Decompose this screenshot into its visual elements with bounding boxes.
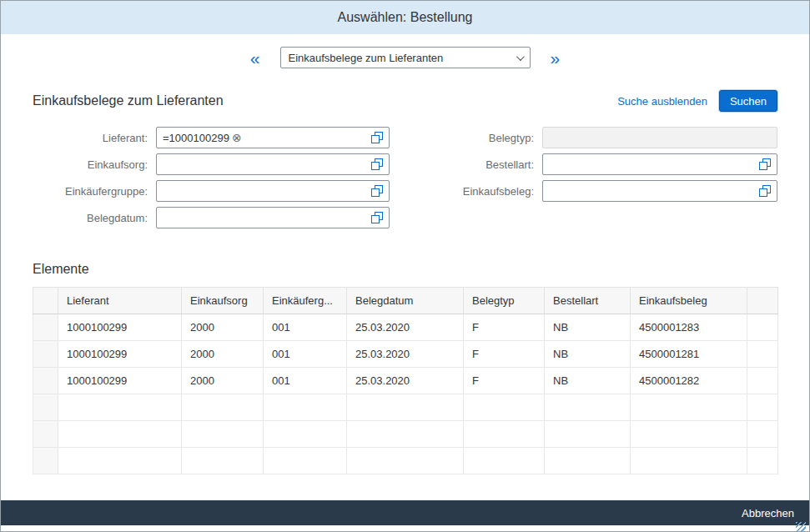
- view-select-value: Einkaufsbelege zum Lieferanten: [289, 52, 444, 64]
- einkaufsbeleg-input[interactable]: [542, 180, 777, 202]
- table-row[interactable]: 1000100299 2000 001 25.03.2020 F NB 4500…: [33, 341, 778, 368]
- cancel-button[interactable]: Abbrechen: [738, 507, 797, 519]
- next-view-icon[interactable]: »: [549, 49, 562, 67]
- column-header-belegdatum[interactable]: Belegdatum: [347, 288, 464, 314]
- einkaeufergruppe-label: Einkäufergruppe:: [33, 185, 156, 198]
- filter-form: Lieferant: =1000100299 ⊗ Einkaufsorg:: [33, 127, 777, 228]
- row-selector-cell[interactable]: [33, 368, 58, 394]
- previous-view-icon[interactable]: «: [249, 49, 262, 67]
- einkaeufergruppe-input[interactable]: [156, 180, 390, 202]
- belegtyp-label: Belegtyp:: [416, 132, 542, 144]
- cell-belegtyp[interactable]: F: [464, 341, 545, 368]
- value-help-icon[interactable]: [371, 132, 383, 143]
- elements-section-title: Elemente: [33, 262, 777, 277]
- filter-form-left: Lieferant: =1000100299 ⊗ Einkaufsorg:: [33, 127, 390, 228]
- field-belegdatum: Belegdatum:: [33, 207, 390, 228]
- cell-belegtyp[interactable]: F: [464, 314, 545, 341]
- table-row-empty: [33, 394, 778, 421]
- bestellart-label: Bestellart:: [416, 158, 542, 171]
- cell-belegdatum[interactable]: 25.03.2020: [347, 314, 464, 341]
- cell-lieferant[interactable]: 1000100299: [58, 314, 182, 341]
- cell-einkaufsorg[interactable]: 2000: [182, 341, 264, 368]
- row-selector-cell[interactable]: [33, 341, 58, 368]
- field-belegtyp: Belegtyp:: [416, 127, 777, 148]
- dialog-body: « Einkaufsbelege zum Lieferanten » Einka…: [1, 34, 809, 500]
- dialog-title: Auswählen: Bestellung: [338, 10, 473, 25]
- cell-lieferant[interactable]: 1000100299: [58, 341, 182, 368]
- cell-einkaeufergruppe[interactable]: 001: [264, 341, 347, 368]
- cell-belegtyp[interactable]: F: [464, 368, 545, 394]
- cell-bestellart[interactable]: NB: [545, 368, 631, 394]
- lieferant-label: Lieferant:: [33, 132, 156, 144]
- value-help-icon[interactable]: [759, 185, 771, 197]
- column-header-lieferant[interactable]: Lieferant: [58, 288, 182, 314]
- field-einkaeufergruppe: Einkäufergruppe:: [33, 180, 390, 202]
- einkaufsorg-label: Einkaufsorg:: [33, 158, 156, 171]
- value-help-dialog: Auswählen: Bestellung « Einkaufsbelege z…: [0, 0, 810, 532]
- spacer-cell: [747, 368, 778, 394]
- cell-einkaufsbeleg[interactable]: 4500001283: [631, 314, 747, 341]
- belegdatum-text-input[interactable]: [163, 212, 371, 224]
- value-help-icon[interactable]: [371, 158, 383, 170]
- search-header: Einkaufsbelege zum Lieferanten Suche aus…: [33, 90, 777, 112]
- cell-lieferant[interactable]: 1000100299: [58, 368, 182, 394]
- cell-einkaufsorg[interactable]: 2000: [182, 314, 264, 341]
- cell-einkaufsorg[interactable]: 2000: [182, 368, 264, 394]
- cell-einkaeufergruppe[interactable]: 001: [264, 314, 347, 341]
- table-row[interactable]: 1000100299 2000 001 25.03.2020 F NB 4500…: [33, 368, 778, 394]
- column-header-belegtyp[interactable]: Belegtyp: [464, 288, 545, 314]
- dialog-footer: Abbrechen: [1, 500, 809, 525]
- search-button[interactable]: Suchen: [719, 90, 777, 112]
- column-header-bestellart[interactable]: Bestellart: [545, 288, 631, 314]
- results-table: Lieferant Einkaufsorg Einkäuferg... Bele…: [33, 287, 778, 474]
- column-header-einkaufsbeleg[interactable]: Einkaufsbeleg: [631, 288, 747, 314]
- lieferant-input[interactable]: =1000100299 ⊗: [156, 127, 390, 148]
- spacer-cell: [747, 314, 778, 341]
- bestellart-input[interactable]: [542, 153, 777, 175]
- belegtyp-text-input: [549, 132, 771, 144]
- hide-search-link[interactable]: Suche ausblenden: [617, 95, 707, 108]
- field-einkaufsorg: Einkaufsorg:: [33, 153, 390, 175]
- einkaeufergruppe-text-input[interactable]: [163, 185, 371, 198]
- column-header-einkaufsorg[interactable]: Einkaufsorg: [182, 288, 264, 314]
- table-row[interactable]: 1000100299 2000 001 25.03.2020 F NB 4500…: [33, 314, 778, 341]
- value-help-icon[interactable]: [371, 212, 383, 223]
- field-bestellart: Bestellart:: [416, 153, 777, 175]
- einkaufsorg-text-input[interactable]: [163, 158, 371, 171]
- search-actions: Suche ausblenden Suchen: [617, 90, 777, 112]
- column-header-einkaeufergruppe[interactable]: Einkäuferg...: [264, 288, 347, 314]
- cell-einkaufsbeleg[interactable]: 4500001281: [631, 341, 747, 368]
- search-section-title: Einkaufsbelege zum Lieferanten: [33, 93, 224, 108]
- field-lieferant: Lieferant: =1000100299 ⊗: [33, 127, 390, 148]
- belegdatum-label: Belegdatum:: [33, 212, 156, 224]
- spacer-cell: [747, 341, 778, 368]
- cell-einkaufsbeleg[interactable]: 4500001282: [631, 368, 747, 394]
- table-row-empty: [33, 448, 778, 474]
- chevron-down-icon: [516, 53, 524, 61]
- lieferant-token: =1000100299: [163, 132, 229, 144]
- belegtyp-input: [542, 127, 777, 148]
- resize-grip-icon[interactable]: [796, 522, 806, 531]
- bestellart-text-input[interactable]: [549, 158, 759, 171]
- table-header-row: Lieferant Einkaufsorg Einkäuferg... Bele…: [33, 288, 778, 314]
- filter-form-right: Belegtyp: Bestellart: Einkaufsbeleg:: [416, 127, 777, 228]
- clear-token-icon[interactable]: ⊗: [232, 132, 242, 143]
- cell-bestellart[interactable]: NB: [545, 314, 631, 341]
- table-row-empty: [33, 421, 778, 448]
- cell-bestellart[interactable]: NB: [545, 341, 631, 368]
- cell-belegdatum[interactable]: 25.03.2020: [347, 341, 464, 368]
- value-help-icon[interactable]: [371, 185, 383, 197]
- cell-einkaeufergruppe[interactable]: 001: [264, 368, 347, 394]
- value-help-icon[interactable]: [759, 158, 771, 170]
- cell-belegdatum[interactable]: 25.03.2020: [347, 368, 464, 394]
- einkaufsbeleg-text-input[interactable]: [549, 185, 759, 198]
- view-navigation: « Einkaufsbelege zum Lieferanten »: [1, 47, 809, 68]
- belegdatum-input[interactable]: [156, 207, 390, 228]
- field-einkaufsbeleg: Einkaufsbeleg:: [416, 180, 777, 202]
- dialog-header: Auswählen: Bestellung: [1, 1, 809, 34]
- row-selector-cell[interactable]: [33, 314, 58, 341]
- einkaufsbeleg-label: Einkaufsbeleg:: [416, 185, 542, 198]
- view-select[interactable]: Einkaufsbelege zum Lieferanten: [280, 47, 531, 68]
- einkaufsorg-input[interactable]: [156, 153, 390, 175]
- selection-column-header: [33, 288, 58, 314]
